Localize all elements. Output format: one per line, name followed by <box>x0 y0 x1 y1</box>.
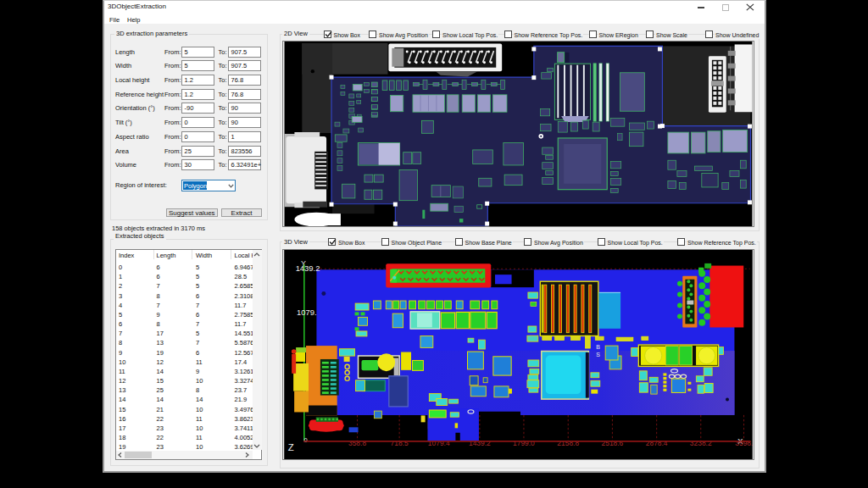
svg-text:1439.2: 1439.2 <box>296 263 320 273</box>
svg-text:S: S <box>596 352 600 358</box>
svg-text:2158.8: 2158.8 <box>557 439 579 447</box>
svg-text:2878.4: 2878.4 <box>646 439 668 447</box>
svg-text:1799.0: 1799.0 <box>513 439 535 447</box>
svg-text:718.5: 718.5 <box>391 439 409 447</box>
svg-text:358.8: 358.8 <box>348 439 366 447</box>
svg-text:3238.2: 3238.2 <box>690 439 712 447</box>
svg-text:3598.: 3598. <box>735 439 753 447</box>
svg-text:B: B <box>596 344 600 350</box>
svg-text:1079.: 1079. <box>297 308 317 317</box>
svg-text:Z: Z <box>288 442 294 452</box>
svg-text:0: 0 <box>304 436 308 444</box>
svg-text:2518.6: 2518.6 <box>602 439 624 447</box>
